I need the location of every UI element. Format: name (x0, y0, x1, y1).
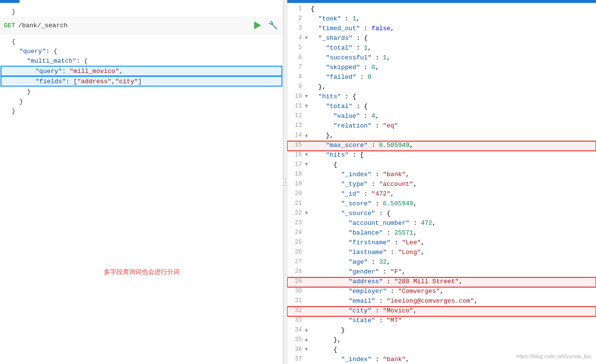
json-line: 30 "employer" : "Comverges", (287, 287, 596, 297)
fold-arrow[interactable]: ▼ (305, 161, 311, 167)
line-content: { (311, 346, 596, 353)
line-content: "address" : "288 Mill Street", (311, 278, 596, 285)
fold-arrow (305, 249, 311, 249)
line-number: 10 (287, 93, 305, 100)
line-content: "value" : 4, (311, 112, 596, 120)
fold-arrow[interactable]: ▼ (305, 103, 311, 109)
line-content: "successful" : 1, (311, 54, 596, 61)
fold-arrow (305, 297, 311, 298)
fold-arrow (305, 356, 311, 356)
fold-arrow (305, 307, 311, 308)
line-number: 1 (287, 5, 305, 12)
right-panel: 1{2 "took" : 1,3 "timed_out" : false,4▼ … (287, 0, 596, 364)
line-number: 15 (287, 142, 305, 148)
fold-arrow (305, 190, 311, 191)
line-content: "employer" : "Comverges", (311, 288, 596, 295)
q-line-7: } (0, 96, 283, 106)
ltext: } (10, 98, 283, 105)
fold-arrow (305, 44, 311, 45)
line-number: 9 (287, 83, 305, 90)
line-number: 24 (287, 229, 305, 236)
json-line: 20 "_id" : "472", (287, 190, 596, 200)
line-content: }, (311, 336, 596, 344)
run-button[interactable] (252, 19, 263, 31)
fold-arrow (305, 239, 311, 239)
json-line: 3 "timed_out" : false, (287, 24, 596, 34)
ltext: "multi_match": { (10, 57, 283, 65)
fold-arrow[interactable]: ▼ (305, 210, 311, 216)
fold-arrow (305, 122, 311, 123)
request-url: /bank/_search (18, 22, 67, 29)
ltext: "fields": ["address","city"] (11, 78, 282, 85)
line-content: "took" : 1, (311, 15, 596, 22)
json-line: 21 "_score" : 6.505949, (287, 200, 596, 209)
line-content: "city" : "Movico", (311, 307, 596, 314)
line-number: 16 (287, 151, 305, 158)
line-number: 11 (287, 103, 305, 109)
fold-arrow[interactable]: ▼ (305, 93, 311, 99)
line-number: 22 (287, 210, 305, 217)
line-number: 20 (287, 190, 305, 197)
line-content: "timed_out" : false, (311, 25, 596, 32)
line-content: "state" : "MT" (311, 317, 596, 324)
json-line: 8 "failed" : 0 (287, 73, 596, 83)
line-content: "_score" : 6.505949, (311, 200, 596, 207)
fold-arrow[interactable]: ▲ (305, 336, 311, 343)
fold-arrow (305, 200, 311, 200)
fold-arrow[interactable]: ▼ (305, 35, 311, 41)
line-content: "hits" : [ (311, 151, 596, 159)
q-line-6: } (0, 87, 283, 96)
line-number: 32 (287, 307, 305, 314)
json-line: 6 "successful" : 1, (287, 54, 596, 63)
right-content[interactable]: 1{2 "took" : 1,3 "timed_out" : false,4▼ … (287, 3, 596, 364)
fold-arrow[interactable]: ▲ (305, 132, 311, 138)
fold-arrow (305, 25, 311, 25)
json-line: 19 "_type" : "account", (287, 180, 596, 190)
fold-arrow (305, 54, 311, 55)
left-line-text: } (10, 8, 283, 16)
json-line: 32 "city" : "Movico", (287, 307, 596, 316)
json-line: 17▼ { (287, 161, 596, 170)
line-number: 30 (287, 288, 305, 294)
left-content: } GET /bank/_search 🔧 { "query": { (0, 3, 283, 364)
line-number: 14 (287, 132, 305, 139)
json-line: 24 "balance" : 25571, (287, 229, 596, 238)
line-content: "total" : { (311, 103, 596, 110)
panel-divider[interactable]: ⋮ (283, 0, 287, 364)
json-line: 9 }, (287, 83, 596, 92)
query-value-container: "query": "mill_movico", (0, 66, 283, 76)
fold-arrow[interactable]: ▼ (305, 346, 311, 352)
line-number: 13 (287, 122, 305, 129)
json-line: 27 "age" : 32, (287, 258, 596, 268)
fold-arrow (305, 317, 311, 317)
watermark: https://blog.csdn.net/yunsw_bio (517, 353, 591, 359)
fold-arrow (305, 288, 311, 288)
line-number: 21 (287, 200, 305, 207)
line-content: "max_score" : 6.505949, (311, 142, 596, 149)
line-content: "_shards" : { (311, 35, 596, 42)
fold-arrow (305, 64, 311, 64)
json-line: 12 "value" : 4, (287, 112, 596, 122)
json-line: 14▲ }, (287, 131, 596, 141)
line-content: "firstname" : "Lee", (311, 239, 596, 246)
fields-container: "fields": ["address","city"] (0, 76, 283, 86)
q-line-2: "query": { (0, 46, 283, 56)
line-content: "_source" : { (311, 210, 596, 217)
fold-arrow (305, 278, 311, 278)
line-content: } (311, 327, 596, 334)
line-number: 35 (287, 336, 305, 343)
fold-arrow[interactable]: ▼ (305, 151, 311, 158)
line-content: "total" : 1, (311, 44, 596, 52)
json-line: 4▼ "_shards" : { (287, 34, 596, 44)
fold-arrow[interactable]: ▲ (305, 327, 311, 333)
fold-arrow (305, 181, 311, 181)
wrench-button[interactable]: 🔧 (267, 19, 279, 31)
ltext: { (10, 38, 283, 45)
line-content: "_id" : "472", (311, 190, 596, 198)
fold-arrow (305, 142, 311, 142)
json-line: 11▼ "total" : { (287, 102, 596, 112)
json-line: 33 "state" : "MT" (287, 316, 596, 326)
line-number: 12 (287, 112, 305, 119)
line-number: 3 (287, 25, 305, 32)
line-content: "account_number" : 472, (311, 219, 596, 227)
